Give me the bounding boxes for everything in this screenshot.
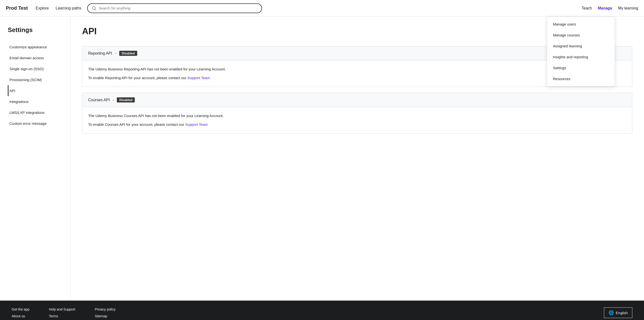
footer-about-us[interactable]: About us <box>12 314 30 318</box>
sidebar-integrations[interactable]: Integrations <box>8 96 62 107</box>
language-button[interactable]: 🌐 English <box>604 307 632 318</box>
nav-manage[interactable]: Manage <box>598 6 612 10</box>
sidebar-customize-appearance[interactable]: Customize appearance <box>8 42 62 52</box>
courses-api-header: Courses API - Disabled <box>82 93 632 107</box>
footer-privacy-policy[interactable]: Privacy policy <box>95 307 116 311</box>
courses-api-label: Courses API <box>88 98 110 102</box>
reporting-api-text2: To enable Reporting API for your account… <box>88 75 626 81</box>
courses-dash-separator: - <box>113 98 114 102</box>
reporting-api-support-link[interactable]: Support Team <box>188 76 210 80</box>
reporting-api-text1: The Udemy Business Reporting API has not… <box>88 66 626 72</box>
header-actions: Teach Manage My learning <box>582 6 638 10</box>
dropdown-manage-users[interactable]: Manage users <box>547 19 614 30</box>
svg-line-1 <box>95 9 96 10</box>
sidebar-title: Settings <box>8 26 62 34</box>
dropdown-settings[interactable]: Settings <box>547 62 614 73</box>
main-nav: Explore Learning paths <box>36 6 81 10</box>
courses-api-text2: To enable Courses API for your account, … <box>88 122 626 128</box>
footer-sitemap[interactable]: Sitemap <box>95 314 116 318</box>
header: Prod Test Explore Learning paths Teach M… <box>0 0 644 16</box>
footer-col2: Help and Support Terms <box>49 307 75 318</box>
courses-api-section: Courses API - Disabled The Udemy Busines… <box>82 93 632 134</box>
svg-point-0 <box>92 6 95 10</box>
dropdown-insights-reporting[interactable]: Insights and reporting <box>547 52 614 62</box>
footer: Get the app About us Help and Support Te… <box>0 300 644 320</box>
nav-explore[interactable]: Explore <box>36 6 49 10</box>
sidebar-api[interactable]: API <box>8 85 62 96</box>
dropdown-manage-courses[interactable]: Manage courses <box>547 30 614 40</box>
footer-col3: Privacy policy Sitemap <box>95 307 116 318</box>
search-wrapper <box>87 4 262 13</box>
search-icon <box>92 6 96 11</box>
sidebar-sso[interactable]: Single sign-on (SSO) <box>8 63 62 74</box>
logo[interactable]: Prod Test <box>6 5 28 11</box>
search-input[interactable] <box>99 6 258 10</box>
courses-api-badge: Disabled <box>117 97 135 102</box>
courses-api-body: The Udemy Business Courses API has not b… <box>82 107 632 133</box>
reporting-api-label: Reporting API <box>88 51 112 56</box>
sidebar-lms-lxp[interactable]: LMS/LXP integrations <box>8 107 62 118</box>
reporting-api-badge: Disabled <box>119 51 137 56</box>
sidebar-provisioning[interactable]: Provisioning (SCIM) <box>8 74 62 85</box>
sidebar-custom-error[interactable]: Custom error message <box>8 118 62 129</box>
nav-learning-paths[interactable]: Learning paths <box>56 6 81 10</box>
courses-api-text2-prefix: To enable Courses API for your account, … <box>88 122 185 126</box>
reporting-api-text2-prefix: To enable Reporting API for your account… <box>88 76 188 80</box>
search-bar <box>87 4 262 13</box>
nav-teach[interactable]: Teach <box>582 6 592 10</box>
footer-help-support[interactable]: Help and Support <box>49 307 75 311</box>
nav-my-learning[interactable]: My learning <box>618 6 638 10</box>
globe-icon: 🌐 <box>608 310 614 316</box>
footer-col1: Get the app About us <box>12 307 30 318</box>
dash-separator: - <box>115 51 116 56</box>
footer-get-app[interactable]: Get the app <box>12 307 30 311</box>
sidebar-email-domain[interactable]: Email domain access <box>8 52 62 63</box>
sidebar: Settings Customize appearance Email doma… <box>0 16 70 300</box>
dropdown-resources[interactable]: Resources <box>547 73 614 84</box>
courses-api-support-link[interactable]: Support Team <box>185 122 208 126</box>
courses-api-text1: The Udemy Business Courses API has not b… <box>88 113 626 119</box>
footer-terms[interactable]: Terms <box>49 314 75 318</box>
dropdown-assigned-learning[interactable]: Assigned learning <box>547 40 614 52</box>
language-label: English <box>616 311 628 315</box>
sidebar-nav: Customize appearance Email domain access… <box>8 42 62 129</box>
manage-dropdown: Manage users Manage courses Assigned lea… <box>547 16 615 86</box>
